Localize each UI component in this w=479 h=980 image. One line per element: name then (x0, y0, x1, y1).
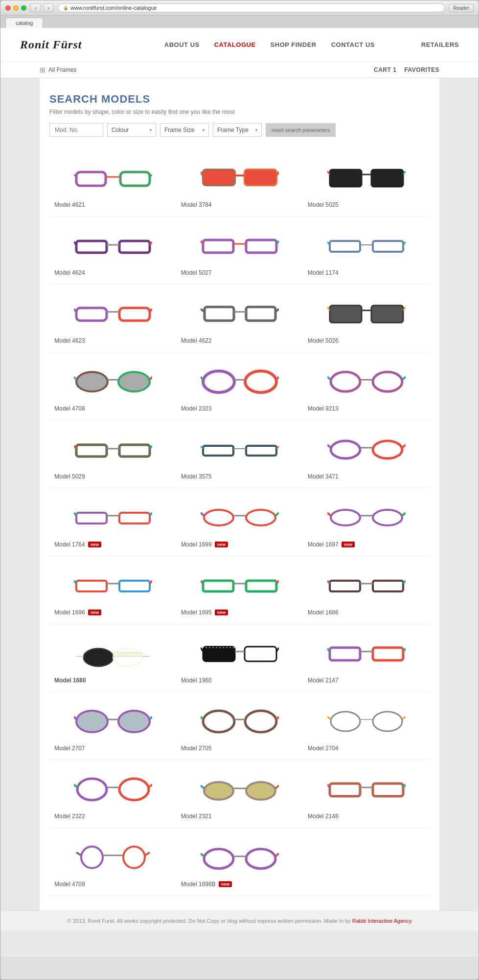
nav-shop-finder[interactable]: SHOP FINDER (271, 41, 317, 48)
site-logo[interactable]: Ronit Fürst (20, 38, 118, 51)
product-label: Model 1698B new (181, 881, 232, 888)
list-item[interactable]: Model 2323 (176, 352, 303, 420)
product-image (54, 362, 171, 401)
product-image (308, 362, 425, 401)
svg-rect-72 (119, 445, 150, 457)
product-label: Model 2321 (181, 813, 212, 820)
footer-agency-link[interactable]: Rabbi Interactive Agency (352, 918, 412, 924)
list-item[interactable]: Model 5025 (303, 149, 430, 217)
product-label: Model 1686 (308, 609, 339, 616)
traffic-lights (5, 5, 26, 11)
reader-button[interactable]: Reader (449, 4, 474, 12)
list-item[interactable]: Model 1697 new (303, 488, 430, 556)
list-item[interactable]: Model 5027 (176, 217, 303, 284)
list-item[interactable]: Model 1698B new (176, 828, 303, 896)
list-item[interactable]: Model 4709 (49, 828, 176, 896)
colour-filter[interactable]: Colour (107, 123, 156, 137)
reset-search-button[interactable]: reset search parameters (266, 123, 336, 137)
list-item[interactable]: Model 2322 (49, 760, 176, 828)
list-item[interactable]: Model 2148 (303, 760, 430, 828)
list-item[interactable]: Model 4708 (49, 352, 176, 420)
list-item[interactable]: Model 2321 (176, 760, 303, 828)
list-item[interactable]: Model 1680 (49, 624, 176, 692)
back-button[interactable]: ‹ (30, 3, 41, 12)
svg-rect-80 (246, 446, 276, 456)
list-item[interactable]: Model 1696 new (49, 556, 176, 624)
all-frames-label: All Frames (48, 66, 76, 73)
svg-rect-19 (76, 241, 107, 253)
cart-link[interactable]: CART 1 (374, 66, 396, 73)
svg-point-123 (113, 649, 142, 666)
address-bar[interactable]: 🔒 www.ronitfurst.com/online-catalogue (58, 3, 445, 12)
svg-rect-29 (330, 241, 360, 252)
minimize-button[interactable] (13, 5, 19, 11)
product-image (181, 294, 298, 333)
close-button[interactable] (5, 5, 11, 11)
list-item[interactable]: Model 1699 new (176, 488, 303, 556)
list-item[interactable]: Model 2705 (176, 692, 303, 760)
svg-line-92 (74, 513, 76, 516)
glasses-illustration (201, 638, 279, 670)
svg-rect-73 (119, 445, 150, 457)
list-item[interactable]: Model 4622 (176, 284, 303, 352)
list-item[interactable]: Model 4623 (49, 284, 176, 352)
list-item[interactable]: Model 4621 (49, 149, 176, 217)
main-content: SEARCH MODELS Filter models by shape, co… (40, 78, 439, 911)
mod-number-input[interactable] (49, 123, 103, 137)
nav-catalogue[interactable]: CATALOGUE (214, 41, 256, 48)
svg-point-148 (373, 712, 402, 731)
product-image (181, 226, 298, 265)
svg-point-158 (246, 782, 275, 800)
product-image (308, 294, 425, 333)
list-item[interactable]: Model 3471 (303, 420, 430, 488)
list-item[interactable]: Model 3784 (176, 149, 303, 217)
glasses-illustration (327, 706, 406, 738)
list-item[interactable]: Model 1695 new (176, 556, 303, 624)
svg-rect-71 (76, 445, 107, 457)
svg-point-66 (373, 372, 402, 392)
colour-select[interactable]: Colour (112, 127, 152, 133)
active-tab[interactable]: catalog (5, 18, 43, 28)
frame-type-select[interactable]: Frame Type (217, 127, 257, 133)
svg-line-69 (402, 377, 406, 380)
list-item[interactable]: Model 9213 (303, 352, 430, 420)
maximize-button[interactable] (21, 5, 26, 11)
main-navigation: ABOUT US CATALOGUE SHOP FINDER CONTACT U… (118, 41, 421, 48)
svg-line-155 (74, 784, 77, 787)
list-item[interactable]: Model 2704 (303, 692, 430, 760)
product-label: Model 9213 (308, 405, 339, 412)
product-label: Model 2705 (181, 745, 212, 752)
list-item[interactable]: Model 3575 (176, 420, 303, 488)
svg-rect-89 (76, 513, 107, 523)
list-item[interactable]: Model 1960 (176, 624, 303, 692)
glasses-illustration (74, 774, 152, 806)
favorites-link[interactable]: FAVORITES (404, 66, 439, 73)
list-item[interactable]: Model 5029 (49, 420, 176, 488)
forward-button[interactable]: › (43, 3, 54, 12)
list-item[interactable]: Model 4624 (49, 217, 176, 284)
svg-rect-24 (203, 240, 233, 253)
product-label: Model 1960 (181, 677, 212, 684)
svg-point-138 (118, 711, 150, 732)
nav-retailers[interactable]: RETAILERS (421, 41, 459, 48)
frame-type-filter[interactable]: Frame Type (213, 123, 262, 137)
list-item[interactable]: Model 5026 (303, 284, 430, 352)
product-label: Model 3784 (181, 201, 212, 208)
empty-cell (303, 828, 430, 896)
list-item[interactable]: Model 2147 (303, 624, 430, 692)
product-label: Model 1680 (54, 677, 86, 684)
svg-rect-3 (120, 172, 150, 186)
svg-rect-79 (246, 446, 276, 456)
list-item[interactable]: Model 1174 (303, 217, 430, 284)
svg-point-95 (246, 510, 275, 525)
list-item[interactable]: Model 1764 new (49, 488, 176, 556)
frame-size-select[interactable]: Frame Size (164, 127, 205, 133)
glasses-illustration (74, 162, 152, 194)
all-frames-link[interactable]: ⊞ All Frames (40, 66, 76, 74)
nav-about-us[interactable]: ABOUT US (164, 41, 200, 48)
nav-contact-us[interactable]: CONTACT US (331, 41, 375, 48)
svg-line-97 (201, 513, 204, 516)
list-item[interactable]: Model 2707 (49, 692, 176, 760)
frame-size-filter[interactable]: Frame Size (160, 123, 209, 137)
list-item[interactable]: Model 1686 (303, 556, 430, 624)
